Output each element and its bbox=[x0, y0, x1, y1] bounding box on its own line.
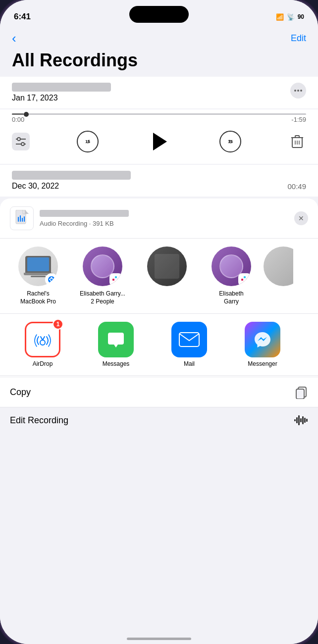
airdrop-badge-rachel bbox=[45, 273, 58, 286]
contact-rachels-macbook[interactable]: Rachel'sMacBook Pro bbox=[6, 247, 70, 305]
share-sheet: Audio Recording · 391 KB ✕ bbox=[0, 198, 318, 433]
airdrop-notification-badge: 1 bbox=[53, 319, 63, 330]
recording-item-1[interactable]: Jan 17, 2023 bbox=[0, 77, 318, 108]
skip-forward-button[interactable]: ↻ 15 bbox=[219, 131, 241, 152]
svg-marker-14 bbox=[25, 210, 29, 214]
status-time: 6:41 bbox=[14, 12, 31, 22]
audio-meta: Audio Recording · 391 KB bbox=[40, 220, 294, 227]
share-preview: Audio Recording · 391 KB ✕ bbox=[0, 198, 318, 239]
dynamic-island bbox=[129, 6, 189, 23]
svg-rect-17 bbox=[22, 218, 23, 222]
svg-rect-26 bbox=[244, 276, 246, 278]
phone-screen: 6:41 📶 📡 90 ‹ Edit All Recordings bbox=[0, 0, 318, 644]
tune-button[interactable] bbox=[12, 133, 30, 150]
recording-date-2: Dec 30, 2022 bbox=[12, 182, 59, 191]
more-options-button[interactable] bbox=[290, 83, 306, 99]
svg-rect-25 bbox=[241, 279, 243, 281]
svg-rect-15 bbox=[18, 217, 19, 222]
svg-point-29 bbox=[40, 340, 45, 345]
svg-rect-33 bbox=[294, 419, 296, 421]
recording-item-2[interactable]: Dec 30, 2022 00:49 bbox=[0, 165, 318, 197]
app-item-mail[interactable]: Mail bbox=[153, 322, 226, 367]
copy-label: Copy bbox=[10, 387, 31, 397]
time-remaining: -1:59 bbox=[291, 116, 306, 123]
signal-icon: 📶 bbox=[276, 13, 284, 21]
recording-name-blur bbox=[12, 83, 111, 92]
messenger-app-icon bbox=[245, 322, 280, 357]
contact-avatar-rachel bbox=[18, 247, 58, 286]
svg-rect-37 bbox=[302, 416, 304, 424]
svg-point-4 bbox=[17, 138, 20, 141]
share-apps-row: 1 AirDrop Messages bbox=[0, 314, 318, 376]
home-indicator bbox=[127, 638, 191, 640]
share-preview-text: Audio Recording · 391 KB bbox=[40, 210, 294, 227]
svg-rect-22 bbox=[115, 276, 117, 278]
controls-row: ↺ 15 ↻ 15 bbox=[12, 125, 306, 158]
svg-rect-18 bbox=[24, 216, 25, 222]
svg-rect-16 bbox=[20, 215, 21, 222]
mail-app-name: Mail bbox=[184, 360, 195, 367]
svg-rect-27 bbox=[246, 279, 248, 281]
copy-icon bbox=[294, 385, 308, 399]
svg-point-2 bbox=[300, 90, 302, 92]
svg-rect-39 bbox=[306, 419, 308, 422]
mail-icon-wrapper bbox=[171, 322, 207, 357]
contact-name-rachel: Rachel'sMacBook Pro bbox=[20, 290, 56, 305]
recording-date-1: Jan 17, 2023 bbox=[12, 94, 290, 102]
contact-elisabeth-group[interactable]: Elisabeth Garry...2 People bbox=[70, 247, 135, 305]
svg-rect-30 bbox=[179, 333, 199, 347]
svg-rect-35 bbox=[298, 415, 300, 425]
svg-rect-32 bbox=[296, 389, 304, 399]
progress-bar[interactable]: 0:00 -1:59 bbox=[12, 113, 306, 123]
messenger-app-name: Messenger bbox=[248, 360, 277, 367]
svg-point-0 bbox=[294, 90, 296, 92]
svg-rect-21 bbox=[112, 279, 114, 281]
playback-section: 0:00 -1:59 ↺ bbox=[0, 109, 318, 164]
phone-frame: 6:41 📶 📡 90 ‹ Edit All Recordings bbox=[0, 0, 318, 644]
svg-point-1 bbox=[297, 90, 299, 92]
app-item-messenger[interactable]: Messenger bbox=[226, 322, 299, 367]
messages-icon-wrapper bbox=[98, 322, 134, 357]
messages-app-name: Messages bbox=[103, 360, 130, 367]
waveform-icon bbox=[294, 414, 308, 426]
contact-name-elisabeth1: Elisabeth Garry...2 People bbox=[80, 290, 125, 305]
close-share-button[interactable]: ✕ bbox=[294, 211, 308, 225]
bottom-action[interactable]: Edit Recording bbox=[0, 407, 318, 433]
contact-avatar-elisabeth1 bbox=[83, 247, 122, 286]
svg-rect-24 bbox=[115, 281, 117, 283]
main-content: ‹ Edit All Recordings Jan 17, 2023 bbox=[0, 27, 318, 644]
svg-rect-23 bbox=[117, 279, 119, 281]
airdrop-contacts-row: Rachel'sMacBook Pro bbox=[0, 239, 318, 314]
messenger-icon-wrapper bbox=[245, 322, 280, 357]
skip-back-button[interactable]: ↺ 15 bbox=[77, 131, 99, 152]
recording-duration-2: 00:49 bbox=[287, 182, 306, 191]
edit-recording-label: Edit Recording bbox=[10, 415, 68, 426]
time-current: 0:00 bbox=[12, 116, 24, 123]
battery-indicator: 90 bbox=[298, 13, 304, 20]
audio-name-blur bbox=[40, 210, 129, 217]
page-title: All Recordings bbox=[0, 50, 318, 77]
contact-avatar-group bbox=[147, 247, 187, 286]
edit-button[interactable]: Edit bbox=[291, 33, 306, 44]
app-item-messages[interactable]: Messages bbox=[79, 322, 153, 367]
mail-app-icon bbox=[171, 322, 207, 357]
nav-bar: ‹ Edit bbox=[0, 27, 318, 50]
airdrop-icon-wrapper: 1 bbox=[25, 322, 60, 357]
play-button[interactable] bbox=[146, 128, 172, 155]
slack-badge-2 bbox=[238, 273, 251, 286]
svg-rect-9 bbox=[295, 136, 299, 138]
copy-row[interactable]: Copy bbox=[0, 377, 318, 407]
svg-rect-38 bbox=[304, 418, 306, 423]
contact-elisabeth-solo[interactable]: ElisabethGarry bbox=[199, 247, 264, 305]
back-button[interactable]: ‹ bbox=[12, 31, 16, 46]
recording-name-blur-2 bbox=[12, 171, 131, 180]
status-icons: 📶 📡 90 bbox=[276, 13, 304, 21]
contact-partial bbox=[264, 247, 293, 305]
slack-badge bbox=[109, 273, 122, 286]
svg-rect-28 bbox=[244, 281, 246, 283]
contact-group-photo[interactable] bbox=[135, 247, 199, 305]
wifi-icon: 📡 bbox=[287, 13, 295, 21]
messages-app-icon bbox=[98, 322, 134, 357]
app-item-airdrop[interactable]: 1 AirDrop bbox=[6, 322, 79, 367]
delete-button[interactable] bbox=[288, 133, 306, 150]
